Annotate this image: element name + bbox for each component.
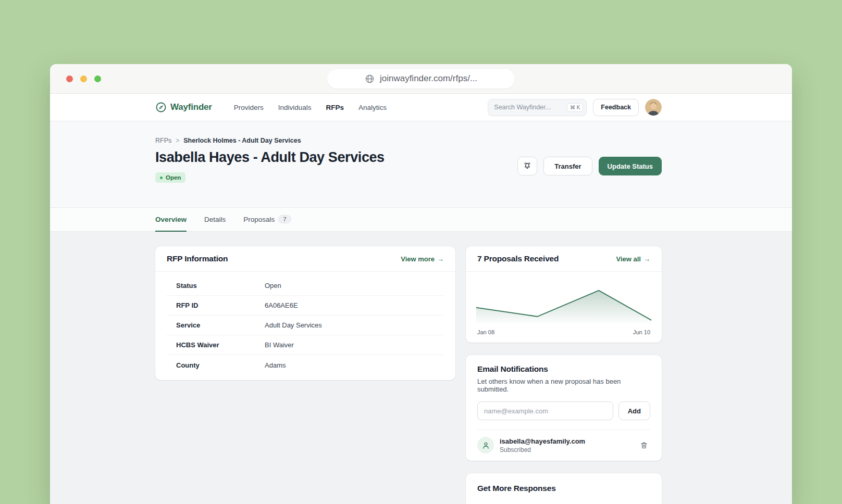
bell-icon [523, 161, 532, 171]
add-email-button[interactable]: Add [618, 401, 650, 420]
minimize-window-button[interactable] [80, 75, 87, 82]
info-row-rfp-id: RFP ID 6A06AE6E [167, 296, 444, 316]
url-bar[interactable]: joinwayfinder.com/rfps/... [327, 69, 515, 89]
brand-name: Wayfinder [170, 102, 212, 112]
info-value: BI Waiver [265, 341, 294, 349]
nav-links: Providers Individuals RFPs Analytics [234, 104, 387, 111]
rfp-information-card: RFP Information View more → Status Open … [155, 246, 455, 380]
user-avatar[interactable] [645, 99, 662, 116]
breadcrumb-rfps-link[interactable]: RFPs [155, 137, 171, 144]
arrow-right-icon: → [437, 255, 444, 263]
view-all-label: View all [616, 255, 641, 263]
notifications-button[interactable] [517, 157, 537, 175]
email-notifications-description: Let others know when a new proposal has … [477, 377, 650, 393]
get-more-responses-card: Get More Responses [466, 473, 662, 504]
email-notifications-title: Email Notifications [477, 364, 650, 374]
page-title: Isabella Hayes - Adult Day Services [155, 149, 385, 166]
tab-proposals[interactable]: Proposals 7 [243, 208, 291, 232]
maximize-window-button[interactable] [94, 75, 101, 82]
info-value: Adult Day Services [265, 321, 322, 329]
url-text: joinwayfinder.com/rfps/... [380, 73, 477, 84]
sparkline-area [476, 291, 651, 325]
info-value: Adams [265, 361, 286, 369]
person-icon [481, 441, 490, 450]
nav-item-individuals[interactable]: Individuals [278, 104, 312, 111]
tab-proposals-label: Proposals [243, 216, 275, 223]
proposals-received-card: 7 Proposals Received View all → [466, 246, 662, 343]
search-input[interactable] [494, 104, 564, 111]
nav-item-providers[interactable]: Providers [234, 104, 264, 111]
info-row-status: Status Open [167, 276, 444, 296]
chart-end-label: Jun 10 [633, 329, 650, 335]
view-more-label: View more [401, 255, 435, 263]
wayfinder-logo[interactable]: Wayfinder [155, 102, 212, 113]
rfp-information-title: RFP Information [167, 254, 228, 263]
subscriber-avatar [477, 437, 494, 453]
view-more-link[interactable]: View more → [401, 255, 444, 263]
email-input[interactable] [477, 401, 613, 420]
arrow-right-icon: → [643, 255, 650, 263]
compass-icon [155, 102, 167, 113]
tab-bar: Overview Details Proposals 7 [50, 207, 792, 232]
divider [477, 430, 650, 430]
status-badge: Open [155, 172, 185, 183]
app-navbar: Wayfinder Providers Individuals RFPs Ana… [50, 94, 792, 121]
info-label: RFP ID [176, 301, 265, 309]
get-more-responses-title: Get More Responses [477, 484, 650, 493]
browser-window: joinwayfinder.com/rfps/... Wayfinder Pro… [50, 64, 792, 504]
tab-details-label: Details [204, 216, 226, 223]
close-window-button[interactable] [66, 75, 73, 82]
breadcrumb-current: Sherlock Holmes - Adult Day Services [183, 137, 301, 144]
transfer-button[interactable]: Transfer [543, 157, 592, 175]
info-label: County [176, 361, 265, 369]
trash-icon [640, 441, 648, 449]
remove-subscriber-button[interactable] [638, 439, 650, 451]
page-content: RFP Information View more → Status Open … [50, 232, 792, 504]
status-dot-icon [160, 177, 163, 179]
browser-chrome: joinwayfinder.com/rfps/... [50, 64, 792, 94]
info-label: Service [176, 321, 265, 329]
info-row-county: County Adams [167, 355, 444, 375]
keyboard-shortcut-badge: ⌘ K [567, 103, 583, 112]
feedback-button[interactable]: Feedback [593, 99, 639, 116]
info-value: 6A06AE6E [265, 301, 298, 309]
globe-icon [365, 74, 375, 84]
subscriber-email: isabella@hayesfamily.com [500, 437, 632, 445]
chart-start-label: Jan 08 [477, 329, 494, 335]
breadcrumb: RFPs > Sherlock Holmes - Adult Day Servi… [155, 137, 385, 144]
tab-overview-label: Overview [155, 216, 187, 223]
subscriber-row: isabella@hayesfamily.com Subscribed [477, 437, 650, 453]
info-label: Status [176, 282, 265, 289]
subscriber-status: Subscribed [500, 446, 632, 453]
window-controls [66, 64, 101, 93]
proposals-sparkline [476, 279, 651, 325]
tab-details[interactable]: Details [204, 208, 226, 232]
proposals-count-badge: 7 [278, 215, 291, 223]
nav-item-analytics[interactable]: Analytics [358, 104, 387, 111]
update-status-button[interactable]: Update Status [599, 157, 662, 175]
global-search: ⌘ K [488, 99, 587, 116]
view-all-link[interactable]: View all → [616, 255, 650, 263]
page-header: RFPs > Sherlock Holmes - Adult Day Servi… [50, 121, 792, 207]
info-label: HCBS Waiver [176, 341, 265, 349]
info-row-service: Service Adult Day Services [167, 316, 444, 335]
proposals-received-title: 7 Proposals Received [477, 254, 559, 263]
chevron-right-icon: > [176, 137, 179, 144]
info-value: Open [265, 282, 281, 289]
status-badge-label: Open [166, 174, 181, 181]
info-row-hcbs-waiver: HCBS Waiver BI Waiver [167, 335, 444, 355]
proposals-chart [466, 272, 662, 327]
tab-overview[interactable]: Overview [155, 208, 187, 232]
email-notifications-card: Email Notifications Let others know when… [466, 355, 662, 461]
nav-item-rfps[interactable]: RFPs [326, 104, 344, 111]
